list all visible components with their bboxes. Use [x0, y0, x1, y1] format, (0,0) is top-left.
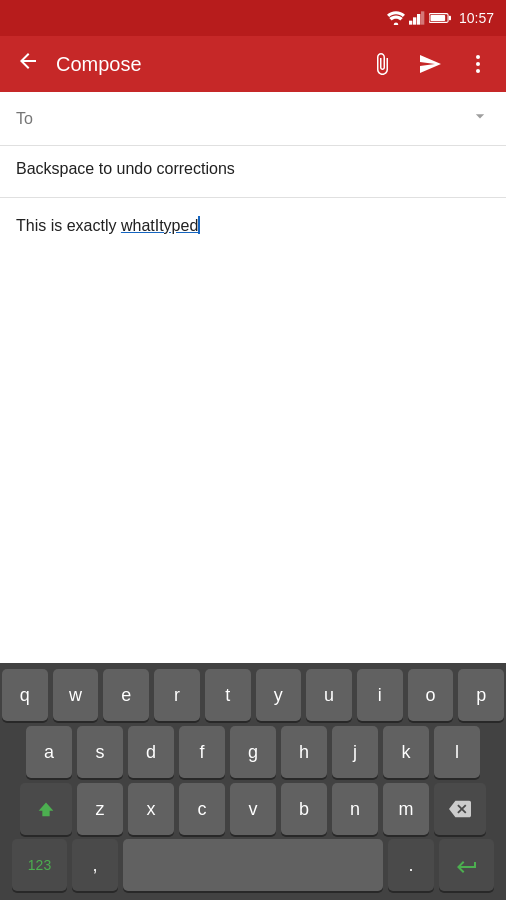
- back-button[interactable]: [8, 41, 48, 87]
- key-i[interactable]: i: [357, 669, 403, 721]
- key-m[interactable]: m: [383, 783, 429, 835]
- key-j[interactable]: j: [332, 726, 378, 778]
- key-y[interactable]: y: [256, 669, 302, 721]
- battery-icon: [429, 12, 451, 24]
- text-cursor: [198, 216, 200, 234]
- email-form: To Backspace to undo corrections This is…: [0, 92, 506, 398]
- paperclip-icon: [370, 52, 394, 76]
- comma-key[interactable]: ,: [72, 839, 118, 891]
- key-r[interactable]: r: [154, 669, 200, 721]
- status-time: 10:57: [459, 10, 494, 26]
- subject-row: Backspace to undo corrections: [0, 146, 506, 198]
- svg-point-9: [476, 62, 480, 66]
- key-u[interactable]: u: [306, 669, 352, 721]
- svg-rect-6: [449, 16, 451, 20]
- shift-key[interactable]: [20, 783, 72, 835]
- subject-hint-text: Backspace to undo corrections: [16, 160, 235, 177]
- key-h[interactable]: h: [281, 726, 327, 778]
- key-g[interactable]: g: [230, 726, 276, 778]
- key-t[interactable]: t: [205, 669, 251, 721]
- key-w[interactable]: w: [53, 669, 99, 721]
- key-o[interactable]: o: [408, 669, 454, 721]
- body-prefix: This is exactly: [16, 217, 121, 234]
- status-bar: 10:57: [0, 0, 506, 36]
- more-menu-button[interactable]: [458, 44, 498, 84]
- key-l[interactable]: l: [434, 726, 480, 778]
- key-a[interactable]: a: [26, 726, 72, 778]
- key-e[interactable]: e: [103, 669, 149, 721]
- numbers-key[interactable]: 123: [12, 839, 67, 891]
- key-f[interactable]: f: [179, 726, 225, 778]
- key-z[interactable]: z: [77, 783, 123, 835]
- key-b[interactable]: b: [281, 783, 327, 835]
- svg-rect-4: [421, 11, 424, 24]
- to-row: To: [0, 92, 506, 146]
- attach-button[interactable]: [362, 44, 402, 84]
- keyboard-row-3: z x c v b n m: [2, 783, 504, 835]
- keyboard-row-1: q w e r t y u i o p: [2, 669, 504, 721]
- toolbar-title: Compose: [56, 53, 362, 76]
- key-p[interactable]: p: [458, 669, 504, 721]
- toolbar: Compose: [0, 36, 506, 92]
- svg-point-10: [476, 69, 480, 73]
- svg-rect-2: [413, 17, 416, 24]
- typed-word: whatItyped: [121, 217, 198, 234]
- space-key[interactable]: [123, 839, 383, 891]
- status-icons: 10:57: [387, 10, 494, 26]
- chevron-down-icon[interactable]: [470, 106, 490, 131]
- key-x[interactable]: x: [128, 783, 174, 835]
- signal-icon: [409, 11, 425, 25]
- key-d[interactable]: d: [128, 726, 174, 778]
- keyboard-row-4: 123 , .: [2, 839, 504, 891]
- backspace-key[interactable]: [434, 783, 486, 835]
- key-s[interactable]: s: [77, 726, 123, 778]
- send-button[interactable]: [410, 44, 450, 84]
- body-area[interactable]: This is exactly whatItyped: [0, 198, 506, 398]
- wifi-icon: [387, 11, 405, 25]
- body-text: This is exactly whatItyped: [16, 217, 200, 234]
- keyboard-row-2: a s d f g h j k l: [2, 726, 504, 778]
- svg-rect-3: [417, 14, 420, 25]
- svg-point-0: [394, 23, 399, 26]
- key-q[interactable]: q: [2, 669, 48, 721]
- svg-rect-7: [430, 15, 445, 21]
- enter-key[interactable]: [439, 839, 494, 891]
- keyboard: q w e r t y u i o p a s d f g h j k l z …: [0, 663, 506, 900]
- to-label: To: [16, 110, 56, 128]
- key-c[interactable]: c: [179, 783, 225, 835]
- svg-point-8: [476, 55, 480, 59]
- toolbar-actions: [362, 44, 498, 84]
- period-key[interactable]: .: [388, 839, 434, 891]
- send-icon: [418, 52, 442, 76]
- more-vertical-icon: [466, 52, 490, 76]
- key-n[interactable]: n: [332, 783, 378, 835]
- key-k[interactable]: k: [383, 726, 429, 778]
- key-v[interactable]: v: [230, 783, 276, 835]
- svg-rect-1: [409, 21, 412, 25]
